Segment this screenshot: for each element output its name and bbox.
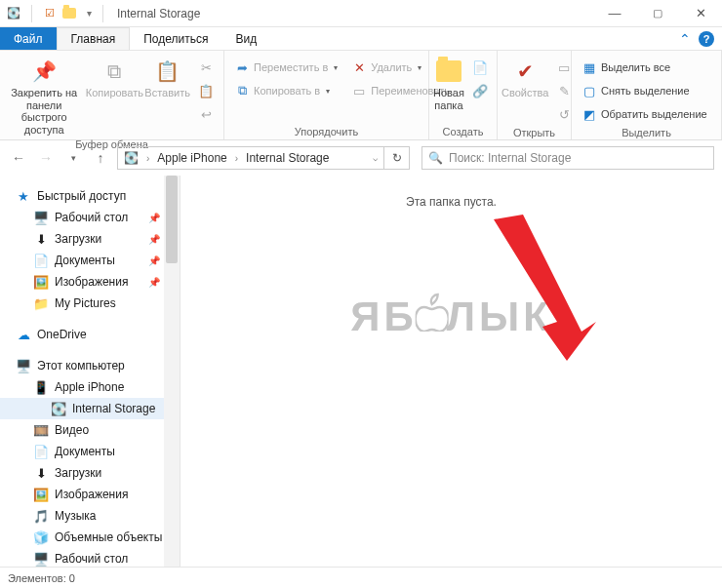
qat-checked-icon[interactable]: ☑ <box>42 6 58 21</box>
node-icon: 🎞️ <box>33 422 49 438</box>
tree-node[interactable]: 🖥️Рабочий стол <box>0 548 180 567</box>
qat-folder-icon[interactable] <box>61 6 77 21</box>
edit-icon: ✎ <box>556 83 572 98</box>
tree-node[interactable]: 🖥️Рабочий стол📌 <box>0 207 180 228</box>
chevron-right-icon[interactable]: › <box>233 153 240 164</box>
tree-node[interactable]: ⬇Загрузки <box>0 462 180 484</box>
chevron-right-icon[interactable]: › <box>144 153 151 164</box>
group-open-label: Открыть <box>501 125 567 140</box>
search-placeholder: Поиск: Internal Storage <box>449 151 571 165</box>
node-icon: 🖥️ <box>33 210 49 225</box>
window-title: Internal Storage <box>117 7 200 20</box>
tree-node[interactable]: 📄Документы <box>0 441 180 462</box>
invert-selection-button[interactable]: ◩Обратить выделение <box>576 103 713 125</box>
easy-access-button[interactable]: 🔗 <box>466 80 494 101</box>
node-icon: ⬇ <box>33 231 49 247</box>
move-icon: ➦ <box>234 59 250 75</box>
copy-to-button[interactable]: ⧉Копировать в▾ <box>228 80 343 101</box>
group-select-label: Выделить <box>576 125 717 140</box>
drive-icon: 💽 <box>124 151 139 165</box>
nav-forward-button[interactable]: → <box>35 147 57 169</box>
tree-node-this-pc[interactable]: 🖥️Этот компьютер <box>0 355 180 376</box>
tree-node[interactable]: ⬇Загрузки📌 <box>0 228 180 250</box>
breadcrumb-seg[interactable]: Internal Storage <box>240 151 335 165</box>
tab-file[interactable]: Файл <box>0 27 57 50</box>
address-dropdown-icon[interactable]: ⌵ <box>366 153 383 163</box>
star-icon: ★ <box>16 188 31 204</box>
close-button[interactable]: ✕ <box>679 0 722 27</box>
status-item-count: Элементов: 0 <box>8 572 75 584</box>
help-icon[interactable]: ? <box>699 31 714 47</box>
pin-quick-access-button[interactable]: 📌 Закрепить на панели быстрого доступа <box>4 53 84 137</box>
content-pane: Эта папка пуста. ЯБЛЫК <box>180 176 722 567</box>
paste-button[interactable]: 📋 Вставить <box>144 53 190 99</box>
select-all-button[interactable]: ▦Выделить все <box>576 57 713 78</box>
node-icon: 🧊 <box>33 529 49 545</box>
tree-node-onedrive[interactable]: ☁OneDrive <box>0 324 180 345</box>
pin-icon: 📌 <box>148 234 160 245</box>
nav-back-button[interactable]: ← <box>8 147 29 169</box>
node-icon: 💽 <box>51 401 66 416</box>
tree-node[interactable]: 📱Apple iPhone <box>0 376 180 398</box>
pin-icon: 📌 <box>148 277 160 288</box>
collapse-ribbon-icon[interactable]: ⌃ <box>679 31 691 47</box>
status-bar: Элементов: 0 <box>0 567 722 588</box>
check-icon: ✔ <box>512 59 538 84</box>
folder-icon <box>436 59 461 84</box>
tree-node[interactable]: 💽Internal Storage <box>0 398 180 419</box>
tree-node[interactable]: 🎵Музыка <box>0 505 180 527</box>
maximize-button[interactable]: ▢ <box>636 0 679 27</box>
tree-node[interactable]: 📁My Pictures <box>0 293 180 314</box>
minimize-button[interactable]: — <box>593 0 636 27</box>
pin-icon: 📌 <box>148 213 160 223</box>
tab-view[interactable]: Вид <box>221 27 270 50</box>
node-icon: ⬇ <box>33 465 49 481</box>
copy-path-button[interactable]: 📋 <box>192 80 220 101</box>
new-item-button[interactable]: 📄 <box>466 57 494 78</box>
node-icon: 📄 <box>33 253 49 268</box>
copy-icon: ⧉ <box>101 59 127 84</box>
empty-folder-message: Эта папка пуста. <box>406 195 497 209</box>
tree-node[interactable]: 🎞️Видео <box>0 419 180 441</box>
new-folder-button[interactable]: Новая папка <box>433 53 464 111</box>
newitem-icon: 📄 <box>472 59 488 75</box>
refresh-button[interactable]: ↻ <box>384 146 410 170</box>
navigation-tree[interactable]: ★Быстрый доступ 🖥️Рабочий стол📌⬇Загрузки… <box>0 176 180 567</box>
qat-customize-icon[interactable]: ▾ <box>81 6 97 21</box>
invert-icon: ◩ <box>582 106 597 122</box>
scissors-icon: ✂ <box>198 59 214 75</box>
pin-icon: 📌 <box>31 59 57 84</box>
node-icon: 📁 <box>33 295 49 311</box>
delete-icon: ✕ <box>351 59 367 75</box>
breadcrumb-seg[interactable]: Apple iPhone <box>151 151 232 165</box>
nav-recent-button[interactable]: ▾ <box>62 147 84 169</box>
move-to-button[interactable]: ➦Переместить в▾ <box>228 57 343 78</box>
ribbon-tabs: Файл Главная Поделиться Вид ⌃ ? <box>0 27 722 51</box>
easy-access-icon: 🔗 <box>472 83 488 98</box>
properties-button[interactable]: ✔ Свойства <box>501 53 548 99</box>
cut-button[interactable]: ✂ <box>192 57 220 78</box>
tree-node[interactable]: 🧊Объемные объекты <box>0 527 180 548</box>
tree-node-quick-access[interactable]: ★Быстрый доступ <box>0 185 180 207</box>
tree-node[interactable]: 🖼️Изображения📌 <box>0 271 180 293</box>
nav-up-button[interactable]: ↑ <box>90 147 111 169</box>
annotation-arrow <box>489 215 596 364</box>
paste-icon: 📋 <box>155 59 180 84</box>
tree-node[interactable]: 📄Документы📌 <box>0 250 180 271</box>
tab-home[interactable]: Главная <box>57 27 131 50</box>
select-all-icon: ▦ <box>582 59 597 75</box>
pc-icon: 🖥️ <box>16 358 31 373</box>
group-organize-label: Упорядочить <box>228 124 424 139</box>
select-none-button[interactable]: ▢Снять выделение <box>576 80 713 101</box>
apple-icon <box>416 293 449 340</box>
node-icon: 🖥️ <box>33 551 49 567</box>
paste-shortcut-button[interactable]: ↩ <box>192 103 220 125</box>
pin-icon: 📌 <box>148 255 160 266</box>
tree-scrollbar[interactable] <box>164 176 180 567</box>
tree-node[interactable]: 🖼️Изображения <box>0 484 180 505</box>
tab-share[interactable]: Поделиться <box>130 27 221 50</box>
address-bar[interactable]: 💽 › Apple iPhone › Internal Storage ⌵ <box>117 146 384 170</box>
copy-button[interactable]: ⧉ Копировать <box>86 53 142 99</box>
search-input[interactable]: 🔍 Поиск: Internal Storage <box>421 146 714 170</box>
history-icon: ↺ <box>556 106 572 122</box>
